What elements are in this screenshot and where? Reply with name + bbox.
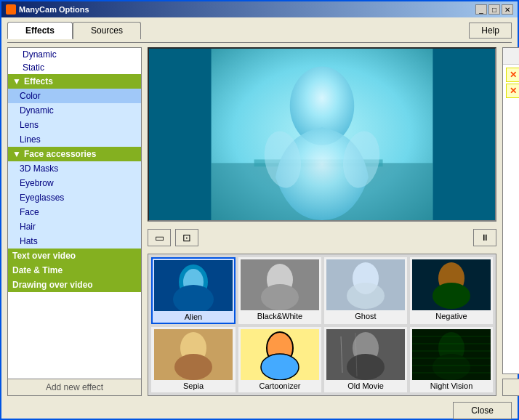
close-button[interactable]: Close [453, 402, 512, 419]
sidebar-item-dynamic1[interactable]: Dynamic [8, 48, 141, 61]
sidebar-item-eyeglasses[interactable]: Eyeglasses [8, 190, 141, 205]
video-preview [148, 47, 496, 222]
category-face-label: Face accessories [24, 149, 96, 159]
content-area: Effects Sources Help Dynamic Static ▼ Ef… [1, 17, 518, 420]
main-window: ManyCam Options _ □ ✕ Effects Sources He… [0, 0, 519, 420]
effect-negative-label: Negative [435, 312, 467, 320]
minimize-button[interactable]: _ [475, 4, 487, 15]
category-datetime-label: Date & Time [12, 265, 63, 275]
effect-ghost-thumb [326, 259, 405, 310]
title-bar: ManyCam Options _ □ ✕ [1, 1, 518, 17]
screen-button[interactable]: ▭ [148, 229, 171, 246]
pause-button[interactable]: ⏸ [473, 229, 496, 246]
svg-point-18 [432, 283, 470, 309]
category-drawing-label: Drawing over video [12, 280, 93, 290]
selected-effect-sunglasses[interactable]: ✕ Sunglasses [506, 68, 519, 82]
maximize-button[interactable]: □ [488, 4, 500, 15]
effect-oldmovie-label: Old Movie [347, 381, 384, 390]
effect-alien[interactable]: Alien [151, 257, 236, 324]
svg-point-32 [432, 354, 470, 380]
svg-point-12 [261, 284, 299, 310]
sidebar-item-3d-masks[interactable]: 3D Masks [8, 161, 141, 176]
sidebar-item-hats[interactable]: Hats [8, 234, 141, 249]
sidebar-category-face-accessories[interactable]: ▼ Face accessories [8, 147, 141, 161]
expand-icon: ▼ [12, 76, 21, 86]
effect-sepia[interactable]: Sepia [151, 327, 236, 392]
effects-grid[interactable]: Alien Black&White [148, 254, 496, 396]
category-text-label: Text over video [12, 251, 76, 261]
expand-icon2: ▼ [12, 149, 21, 159]
effect-negative-thumb [412, 259, 491, 310]
effect-nightvision-label: Night Vision [430, 381, 473, 390]
effect-ghost-label: Ghost [355, 312, 376, 320]
sidebar-item-hair[interactable]: Hair [8, 219, 141, 234]
selected-effects-title: Selected effects [503, 48, 519, 65]
effect-sepia-thumb [154, 329, 233, 380]
effect-bw-thumb [241, 259, 319, 310]
sidebar-item-color[interactable]: Color [8, 89, 141, 103]
sidebar-item-drawing-over-video[interactable]: Drawing over video [8, 278, 141, 292]
window-controls: _ □ ✕ [475, 4, 513, 15]
sidebar-item-static[interactable]: Static [8, 61, 141, 74]
effect-negative[interactable]: Negative [410, 257, 493, 324]
category-effects-label: Effects [24, 76, 53, 86]
main-panel: Dynamic Static ▼ Effects Color Dynamic L… [7, 42, 512, 396]
svg-point-21 [174, 354, 212, 380]
effect-alien-label: Alien [185, 312, 202, 321]
svg-point-15 [347, 283, 385, 309]
center-panel: ▭ ⊡ ⏸ [148, 47, 496, 396]
add-effect-button[interactable]: Add new effect [8, 379, 141, 395]
effect-bw[interactable]: Black&White [238, 257, 321, 324]
effect-cartoonizer[interactable]: Cartoonizer [238, 327, 321, 392]
remove-alien-button[interactable]: ✕ [510, 86, 517, 96]
selected-effects-panel: Selected effects ✕ Sunglasses ✕ Alien [502, 47, 519, 374]
help-button[interactable]: Help [469, 23, 512, 39]
effect-cartoonizer-label: Cartoonizer [260, 381, 301, 390]
top-row: Effects Sources Help [7, 22, 512, 39]
effect-oldmovie-thumb [326, 329, 405, 380]
clear-all-button[interactable]: 🗑 Clear All [502, 379, 519, 396]
bottom-bar: Close [7, 399, 512, 420]
close-window-button[interactable]: ✕ [502, 4, 513, 15]
tab-effects[interactable]: Effects [7, 22, 73, 39]
sidebar-item-lens[interactable]: Lens [8, 118, 141, 132]
sidebar-item-date-time[interactable]: Date & Time [8, 263, 141, 278]
svg-point-27 [347, 354, 385, 380]
effect-oldmovie[interactable]: Old Movie [324, 327, 407, 392]
effect-alien-thumb [154, 260, 233, 311]
remove-sunglasses-button[interactable]: ✕ [510, 70, 517, 80]
sidebar-scroll[interactable]: Dynamic Static ▼ Effects Color Dynamic L… [8, 48, 141, 379]
effect-ghost[interactable]: Ghost [324, 257, 407, 324]
svg-point-24 [261, 354, 299, 380]
selected-effect-alien[interactable]: ✕ Alien [506, 84, 519, 98]
sidebar-item-eyebrow[interactable]: Eyebrow [8, 176, 141, 190]
sidebar: Dynamic Static ▼ Effects Color Dynamic L… [7, 47, 142, 396]
pip-button[interactable]: ⊡ [175, 229, 198, 246]
sidebar-item-face[interactable]: Face [8, 205, 141, 219]
controls-bar: ▭ ⊡ ⏸ [148, 226, 496, 249]
effect-cartoon-thumb [241, 329, 319, 380]
sidebar-category-effects[interactable]: ▼ Effects [8, 74, 141, 89]
tab-sources[interactable]: Sources [73, 22, 141, 39]
sidebar-item-text-over-video[interactable]: Text over video [8, 249, 141, 263]
app-icon [6, 4, 16, 15]
effect-nightvision[interactable]: Night Vision [410, 327, 493, 392]
selected-effects-list: ✕ Sunglasses ✕ Alien [503, 65, 519, 373]
window-title: ManyCam Options [19, 5, 89, 14]
sidebar-item-lines[interactable]: Lines [8, 132, 141, 147]
tab-bar: Effects Sources [7, 22, 141, 39]
effect-sepia-label: Sepia [183, 381, 204, 390]
effect-nightvision-thumb [412, 329, 491, 380]
effect-bw-label: Black&White [257, 312, 302, 320]
sidebar-item-dynamic2[interactable]: Dynamic [8, 103, 141, 118]
right-panel: Selected effects ✕ Sunglasses ✕ Alien 🗑 [502, 47, 519, 396]
